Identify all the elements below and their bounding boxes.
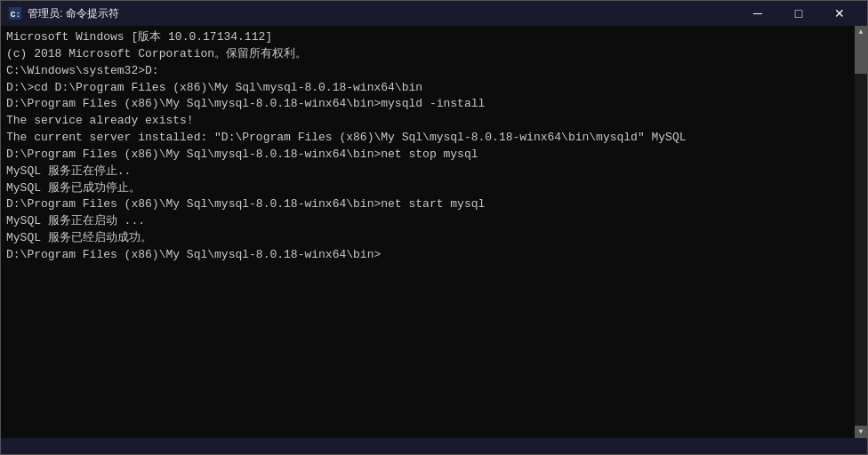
console-line: MySQL 服务已经启动成功。 [6,230,862,247]
window-title: 管理员: 命令提示符 [28,6,737,21]
svg-text:C:\: C:\ [11,10,21,20]
console-line: The service already exists! [6,113,862,130]
console-line: D:\>cd D:\Program Files (x86)\My Sql\mys… [6,80,862,97]
scroll-down-button[interactable]: ▼ [855,426,867,438]
title-bar: C:\ 管理员: 命令提示符 ─ □ ✕ [1,1,867,26]
console-output[interactable]: Microsoft Windows [版本 10.0.17134.112](c)… [1,26,867,438]
console-line: D:\Program Files (x86)\My Sql\mysql-8.0.… [6,147,862,164]
console-line: C:\Windows\system32>D: [6,63,862,80]
minimize-button[interactable]: ─ [737,1,778,26]
console-line: The current server installed: "D:\Progra… [6,130,862,147]
status-bar [1,438,867,454]
scrollbar[interactable]: ▲ ▼ [855,26,867,438]
console-line: MySQL 服务已成功停止。 [6,180,862,197]
console-line: (c) 2018 Microsoft Corporation。保留所有权利。 [6,46,862,63]
console-line: MySQL 服务正在停止.. [6,164,862,180]
scroll-track [855,38,867,426]
cmd-window: C:\ 管理员: 命令提示符 ─ □ ✕ Microsoft Windows [… [0,0,868,455]
console-line: D:\Program Files (x86)\My Sql\mysql-8.0.… [6,247,862,264]
scroll-up-button[interactable]: ▲ [855,26,867,38]
maximize-button[interactable]: □ [778,1,819,26]
console-line: MySQL 服务正在启动 ... [6,213,862,230]
console-line: Microsoft Windows [版本 10.0.17134.112] [6,29,862,46]
scroll-thumb[interactable] [855,38,867,74]
window-controls: ─ □ ✕ [737,1,860,26]
close-button[interactable]: ✕ [819,1,860,26]
console-line: D:\Program Files (x86)\My Sql\mysql-8.0.… [6,96,862,113]
console-line: D:\Program Files (x86)\My Sql\mysql-8.0.… [6,196,862,213]
app-icon: C:\ [8,6,22,20]
